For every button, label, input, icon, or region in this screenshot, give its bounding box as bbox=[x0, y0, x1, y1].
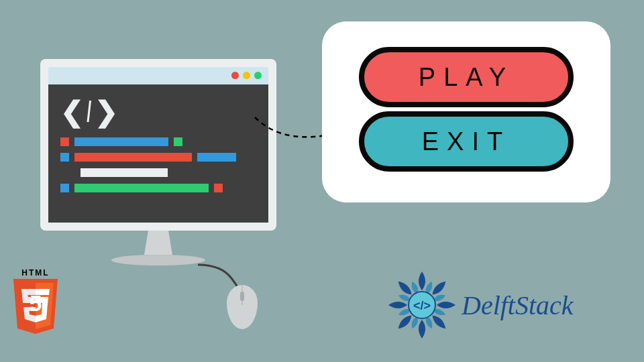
computer-monitor: ❮/❯ bbox=[40, 59, 276, 279]
html5-shield-icon: 5 bbox=[9, 279, 62, 341]
delftstack-brand-name: DelftStack bbox=[462, 290, 574, 321]
code-line bbox=[60, 184, 256, 192]
html5-logo: HTML 5 bbox=[9, 268, 62, 343]
exit-button[interactable]: EXIT bbox=[359, 111, 574, 172]
code-tag-icon: ❮/❯ bbox=[60, 95, 256, 128]
play-button-label: PLAY bbox=[419, 63, 514, 92]
monitor-base bbox=[111, 255, 205, 265]
svg-text:</>: </> bbox=[413, 299, 431, 312]
close-dot-icon bbox=[231, 72, 239, 79]
code-line bbox=[60, 137, 256, 146]
html5-label: HTML bbox=[9, 268, 62, 278]
mandala-icon: </> bbox=[385, 268, 459, 342]
monitor-frame: ❮/❯ bbox=[40, 59, 276, 231]
monitor-stand bbox=[142, 231, 175, 255]
code-line bbox=[60, 153, 256, 162]
code-editor-screen: ❮/❯ bbox=[48, 84, 268, 223]
window-titlebar bbox=[48, 67, 268, 84]
minimize-dot-icon bbox=[243, 72, 250, 79]
exit-button-label: EXIT bbox=[422, 127, 511, 156]
play-button[interactable]: PLAY bbox=[359, 47, 574, 107]
maximize-dot-icon bbox=[254, 72, 262, 79]
window-controls bbox=[231, 72, 262, 79]
computer-mouse-icon bbox=[227, 285, 258, 329]
code-line bbox=[60, 168, 256, 177]
delftstack-logo: </> DelftStack bbox=[385, 268, 574, 342]
svg-text:5: 5 bbox=[30, 290, 42, 316]
speech-bubble: PLAY EXIT bbox=[322, 21, 610, 202]
